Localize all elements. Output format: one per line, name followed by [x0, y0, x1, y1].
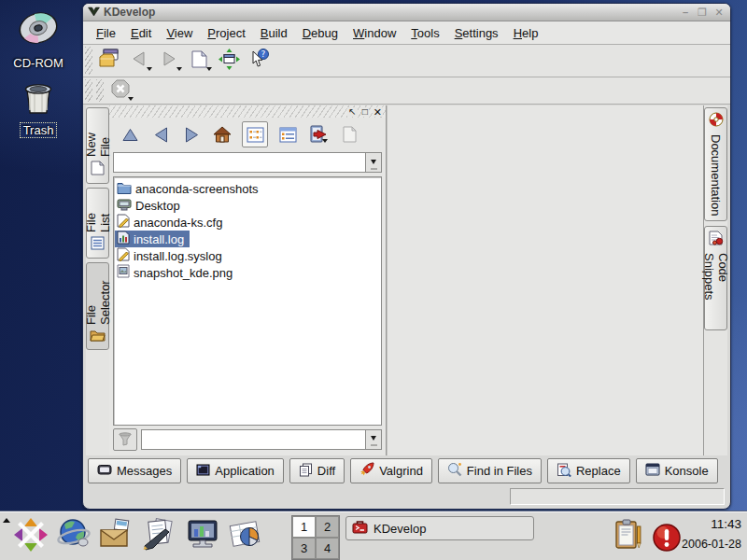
clock-time: 11:43	[682, 517, 741, 531]
kdevelop-icon	[352, 520, 368, 537]
tab-documentation[interactable]: Documentation	[704, 107, 727, 221]
file-row[interactable]: snapshot_kde.png	[115, 264, 380, 281]
web-browser-button[interactable]	[56, 518, 92, 555]
filter-combo[interactable]	[141, 429, 382, 450]
minimize-button[interactable]: –	[679, 7, 692, 19]
titlebar[interactable]: KDevelop – ❐ ✕	[83, 4, 730, 21]
dropdown-arrow-icon[interactable]	[147, 67, 152, 74]
konsole-icon	[645, 463, 660, 479]
trash-icon[interactable]	[19, 78, 58, 119]
dropdown-arrow-icon[interactable]	[176, 67, 182, 74]
location-combo[interactable]	[113, 152, 382, 173]
menu-file[interactable]: File	[89, 23, 123, 43]
stop-button[interactable]	[106, 77, 135, 104]
file-row-selected[interactable]: install.log	[115, 231, 190, 247]
menu-window[interactable]: Window	[345, 23, 403, 43]
kde-menu-icon	[13, 517, 49, 556]
undock-icon[interactable]: ↖	[347, 107, 357, 117]
file-row[interactable]: install.log.syslog	[115, 247, 380, 264]
sync-button[interactable]	[307, 123, 330, 146]
close-button[interactable]: ✕	[712, 7, 726, 19]
switch-window-icon	[218, 49, 240, 74]
editor-area[interactable]	[387, 105, 703, 455]
kde-menu-button[interactable]	[13, 518, 49, 555]
diff-icon	[299, 463, 313, 480]
tab-replace[interactable]: Replace	[547, 458, 630, 483]
tab-code-snippets[interactable]: Code Snippets	[704, 226, 727, 330]
menu-project[interactable]: Project	[200, 23, 252, 43]
toolbar-handle[interactable]	[85, 79, 92, 102]
menu-help[interactable]: Help	[506, 23, 546, 43]
panel-hide-arrow-icon[interactable]	[3, 514, 10, 523]
maximize-icon[interactable]: □	[361, 107, 369, 117]
tab-find-in-files[interactable]: Find in Files	[438, 458, 542, 483]
task-button-kdevelop[interactable]: KDevelop	[345, 516, 534, 540]
email-button[interactable]	[99, 518, 134, 555]
desktop-icon-cdrom[interactable]: CD-ROM	[7, 7, 69, 70]
pager-desktop-1[interactable]: 1	[292, 516, 316, 538]
menu-edit[interactable]: Edit	[123, 23, 159, 43]
menu-tools[interactable]: Tools	[403, 23, 446, 43]
tab-konsole[interactable]: Konsole	[636, 458, 718, 483]
dropdown-arrow-icon[interactable]	[322, 139, 328, 146]
tab-file-list[interactable]: File List	[86, 188, 109, 259]
file-row[interactable]: anaconda-screenshots	[115, 180, 380, 197]
toolbar-handle[interactable]	[96, 79, 104, 102]
desktop-icon-label[interactable]: CD-ROM	[10, 56, 65, 70]
open-project-button[interactable]	[94, 48, 124, 74]
filter-row	[109, 426, 386, 455]
home-button[interactable]	[211, 123, 233, 146]
whats-this-button[interactable]: ?	[244, 48, 274, 74]
desktop-icon-trash[interactable]: Trash	[7, 78, 69, 138]
pager-desktop-3[interactable]: 3	[292, 538, 316, 559]
switch-window-button[interactable]	[214, 48, 244, 74]
back-button[interactable]	[149, 123, 172, 146]
file-list[interactable]: anaconda-screenshots Desktop	[113, 176, 382, 426]
maximize-button[interactable]: ❐	[696, 7, 709, 19]
desktop: CD-ROM Trash KDevelop – ❐ ✕ File Edit	[0, 0, 747, 560]
combo-dropdown-button[interactable]	[365, 153, 381, 172]
dock-header[interactable]: ↖ □ ✕	[109, 105, 386, 118]
word-processor-button[interactable]	[142, 518, 177, 555]
file-row[interactable]: Desktop	[115, 197, 380, 214]
forward-button[interactable]	[180, 123, 203, 146]
tab-application[interactable]: Application	[187, 458, 284, 483]
dropdown-arrow-icon[interactable]	[128, 97, 134, 104]
new-file-button[interactable]	[184, 48, 214, 74]
tab-valgrind[interactable]: Valgrind	[350, 458, 432, 483]
clipboard-icon[interactable]	[614, 518, 642, 555]
presentation-button[interactable]	[185, 518, 220, 555]
tab-new-file[interactable]: New File	[86, 107, 109, 184]
tab-file-selector[interactable]: File Selector	[86, 262, 109, 350]
alert-icon[interactable]	[652, 523, 682, 556]
toolbar-handle[interactable]	[85, 47, 92, 75]
short-view-button[interactable]	[242, 121, 268, 147]
menu-debug[interactable]: Debug	[295, 23, 345, 43]
desktop-icon-label[interactable]: Trash	[20, 122, 58, 138]
tab-diff[interactable]: Diff	[289, 458, 345, 483]
menu-view[interactable]: View	[159, 23, 200, 43]
clock[interactable]: 11:43 2006-01-28	[682, 517, 741, 551]
combo-dropdown-button[interactable]	[365, 430, 381, 449]
cdrom-icon[interactable]	[13, 7, 63, 53]
pager-desktop-2[interactable]: 2	[316, 516, 339, 538]
file-list-icon	[91, 232, 105, 254]
new-file-button[interactable]	[338, 123, 360, 146]
filter-button[interactable]	[113, 428, 137, 451]
tab-label: File List	[84, 192, 112, 232]
filter-input[interactable]	[142, 430, 365, 449]
menu-build[interactable]: Build	[253, 23, 295, 43]
location-input[interactable]	[114, 153, 365, 172]
tab-label: Code Snippets	[702, 253, 730, 326]
up-button[interactable]	[119, 123, 141, 146]
forward-button[interactable]	[154, 48, 184, 74]
close-icon[interactable]: ✕	[373, 107, 383, 117]
dropdown-arrow-icon[interactable]	[206, 67, 212, 74]
tab-messages[interactable]: Messages	[88, 458, 181, 483]
menu-settings[interactable]: Settings	[447, 23, 506, 43]
file-row[interactable]: anaconda-ks.cfg	[115, 214, 380, 231]
back-button[interactable]	[124, 48, 154, 74]
pager-desktop-4[interactable]: 4	[316, 538, 339, 559]
detailed-view-button[interactable]	[276, 123, 299, 146]
spreadsheet-button[interactable]	[228, 518, 263, 555]
